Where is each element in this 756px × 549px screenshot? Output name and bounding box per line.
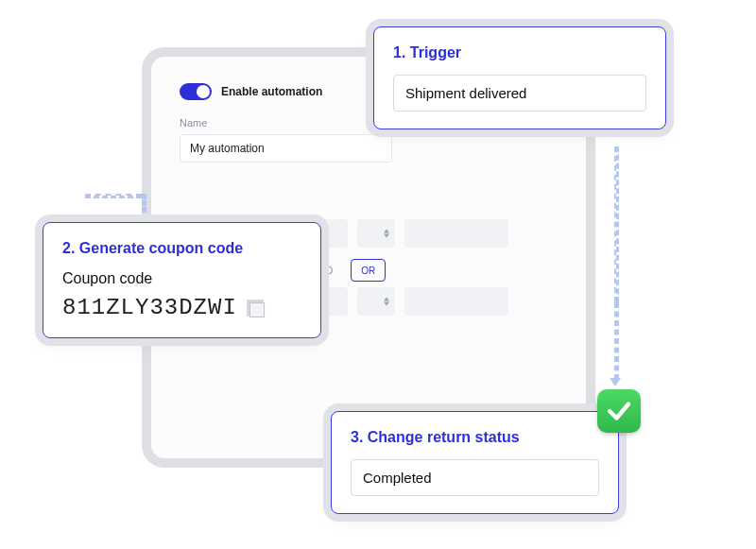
status-title: 3. Change return status (351, 429, 599, 446)
condition-select[interactable] (357, 287, 395, 316)
status-card: 3. Change return status Completed (331, 411, 619, 514)
trigger-card: 1. Trigger Shipment delivered (373, 26, 666, 129)
coupon-sublabel: Coupon code (62, 270, 301, 287)
trigger-title: 1. Trigger (393, 44, 646, 61)
logic-or-button[interactable]: OR (351, 259, 386, 282)
chevron-updown-icon (384, 230, 389, 238)
condition-select[interactable] (357, 219, 395, 248)
coupon-code-value: 811ZLY33DZWI (62, 295, 237, 320)
toggle-knob (197, 85, 210, 98)
logic-operator-row: AND OR (302, 259, 558, 282)
success-check-badge (597, 389, 641, 433)
automation-name-input[interactable] (180, 134, 392, 163)
coupon-code-row: 811ZLY33DZWI (62, 295, 301, 320)
trigger-value[interactable]: Shipment delivered (393, 75, 646, 112)
connector-line (142, 194, 146, 213)
coupon-card: 2. Generate coupon code Coupon code 811Z… (43, 222, 321, 338)
connector-line (614, 146, 619, 302)
status-value[interactable]: Completed (351, 459, 599, 496)
connector-line (85, 194, 142, 198)
enable-automation-toggle[interactable] (180, 83, 212, 100)
connector-line (614, 302, 619, 380)
condition-value[interactable] (404, 219, 508, 248)
copy-icon[interactable] (247, 300, 264, 317)
coupon-title: 2. Generate coupon code (62, 240, 301, 257)
enable-automation-label: Enable automation (221, 85, 322, 98)
chevron-updown-icon (384, 298, 389, 306)
arrow-down-icon (610, 378, 621, 386)
condition-value[interactable] (404, 287, 508, 316)
checkmark-icon (605, 397, 633, 425)
